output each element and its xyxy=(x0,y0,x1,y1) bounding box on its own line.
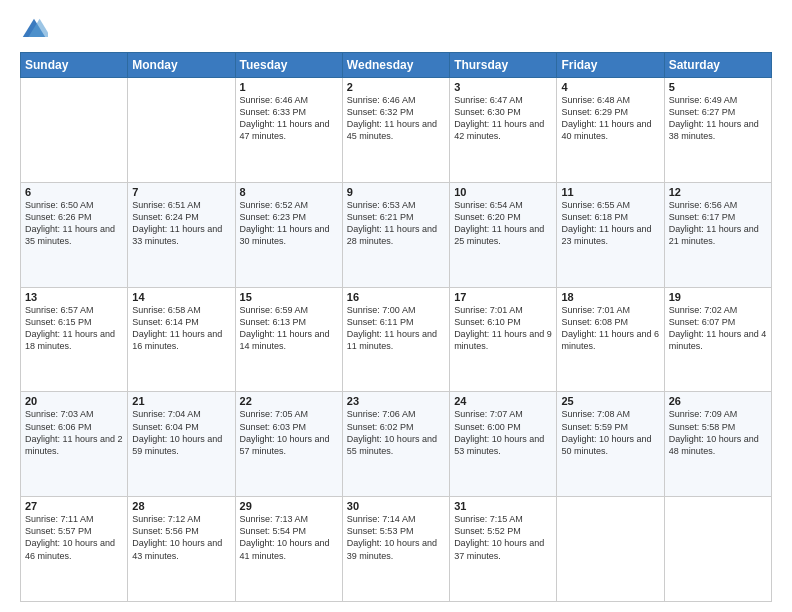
day-detail: Sunrise: 7:15 AMSunset: 5:52 PMDaylight:… xyxy=(454,513,552,562)
day-cell: 1Sunrise: 6:46 AMSunset: 6:33 PMDaylight… xyxy=(235,78,342,183)
day-detail: Sunrise: 7:11 AMSunset: 5:57 PMDaylight:… xyxy=(25,513,123,562)
day-detail: Sunrise: 6:49 AMSunset: 6:27 PMDaylight:… xyxy=(669,94,767,143)
day-detail: Sunrise: 6:59 AMSunset: 6:13 PMDaylight:… xyxy=(240,304,338,353)
day-cell: 18Sunrise: 7:01 AMSunset: 6:08 PMDayligh… xyxy=(557,287,664,392)
header xyxy=(20,16,772,44)
weekday-header-saturday: Saturday xyxy=(664,53,771,78)
day-detail: Sunrise: 7:01 AMSunset: 6:08 PMDaylight:… xyxy=(561,304,659,353)
day-detail: Sunrise: 6:53 AMSunset: 6:21 PMDaylight:… xyxy=(347,199,445,248)
week-row-2: 6Sunrise: 6:50 AMSunset: 6:26 PMDaylight… xyxy=(21,182,772,287)
day-number: 29 xyxy=(240,500,338,512)
day-cell: 30Sunrise: 7:14 AMSunset: 5:53 PMDayligh… xyxy=(342,497,449,602)
day-detail: Sunrise: 6:46 AMSunset: 6:32 PMDaylight:… xyxy=(347,94,445,143)
day-detail: Sunrise: 6:56 AMSunset: 6:17 PMDaylight:… xyxy=(669,199,767,248)
day-cell: 11Sunrise: 6:55 AMSunset: 6:18 PMDayligh… xyxy=(557,182,664,287)
logo xyxy=(20,16,52,44)
day-detail: Sunrise: 6:52 AMSunset: 6:23 PMDaylight:… xyxy=(240,199,338,248)
day-detail: Sunrise: 6:57 AMSunset: 6:15 PMDaylight:… xyxy=(25,304,123,353)
day-number: 23 xyxy=(347,395,445,407)
day-detail: Sunrise: 6:47 AMSunset: 6:30 PMDaylight:… xyxy=(454,94,552,143)
day-detail: Sunrise: 6:46 AMSunset: 6:33 PMDaylight:… xyxy=(240,94,338,143)
weekday-header-monday: Monday xyxy=(128,53,235,78)
day-number: 2 xyxy=(347,81,445,93)
day-cell: 31Sunrise: 7:15 AMSunset: 5:52 PMDayligh… xyxy=(450,497,557,602)
day-cell: 25Sunrise: 7:08 AMSunset: 5:59 PMDayligh… xyxy=(557,392,664,497)
day-number: 13 xyxy=(25,291,123,303)
day-cell: 20Sunrise: 7:03 AMSunset: 6:06 PMDayligh… xyxy=(21,392,128,497)
weekday-header-friday: Friday xyxy=(557,53,664,78)
day-cell: 4Sunrise: 6:48 AMSunset: 6:29 PMDaylight… xyxy=(557,78,664,183)
day-cell: 15Sunrise: 6:59 AMSunset: 6:13 PMDayligh… xyxy=(235,287,342,392)
day-detail: Sunrise: 7:02 AMSunset: 6:07 PMDaylight:… xyxy=(669,304,767,353)
day-number: 28 xyxy=(132,500,230,512)
day-number: 24 xyxy=(454,395,552,407)
day-cell: 14Sunrise: 6:58 AMSunset: 6:14 PMDayligh… xyxy=(128,287,235,392)
day-number: 22 xyxy=(240,395,338,407)
page: SundayMondayTuesdayWednesdayThursdayFrid… xyxy=(0,0,792,612)
day-detail: Sunrise: 7:13 AMSunset: 5:54 PMDaylight:… xyxy=(240,513,338,562)
day-number: 25 xyxy=(561,395,659,407)
day-number: 4 xyxy=(561,81,659,93)
day-detail: Sunrise: 7:12 AMSunset: 5:56 PMDaylight:… xyxy=(132,513,230,562)
day-cell: 9Sunrise: 6:53 AMSunset: 6:21 PMDaylight… xyxy=(342,182,449,287)
day-number: 8 xyxy=(240,186,338,198)
weekday-header-tuesday: Tuesday xyxy=(235,53,342,78)
day-cell: 27Sunrise: 7:11 AMSunset: 5:57 PMDayligh… xyxy=(21,497,128,602)
day-cell: 3Sunrise: 6:47 AMSunset: 6:30 PMDaylight… xyxy=(450,78,557,183)
day-detail: Sunrise: 7:09 AMSunset: 5:58 PMDaylight:… xyxy=(669,408,767,457)
day-number: 27 xyxy=(25,500,123,512)
day-cell xyxy=(557,497,664,602)
day-cell: 23Sunrise: 7:06 AMSunset: 6:02 PMDayligh… xyxy=(342,392,449,497)
calendar-table: SundayMondayTuesdayWednesdayThursdayFrid… xyxy=(20,52,772,602)
day-detail: Sunrise: 7:07 AMSunset: 6:00 PMDaylight:… xyxy=(454,408,552,457)
day-detail: Sunrise: 6:48 AMSunset: 6:29 PMDaylight:… xyxy=(561,94,659,143)
day-detail: Sunrise: 6:54 AMSunset: 6:20 PMDaylight:… xyxy=(454,199,552,248)
day-cell: 13Sunrise: 6:57 AMSunset: 6:15 PMDayligh… xyxy=(21,287,128,392)
day-cell xyxy=(21,78,128,183)
day-number: 17 xyxy=(454,291,552,303)
day-number: 6 xyxy=(25,186,123,198)
week-row-3: 13Sunrise: 6:57 AMSunset: 6:15 PMDayligh… xyxy=(21,287,772,392)
day-cell: 29Sunrise: 7:13 AMSunset: 5:54 PMDayligh… xyxy=(235,497,342,602)
day-number: 16 xyxy=(347,291,445,303)
logo-icon xyxy=(20,16,48,44)
day-number: 19 xyxy=(669,291,767,303)
day-number: 10 xyxy=(454,186,552,198)
day-cell: 28Sunrise: 7:12 AMSunset: 5:56 PMDayligh… xyxy=(128,497,235,602)
day-number: 12 xyxy=(669,186,767,198)
day-detail: Sunrise: 7:08 AMSunset: 5:59 PMDaylight:… xyxy=(561,408,659,457)
day-number: 11 xyxy=(561,186,659,198)
day-number: 30 xyxy=(347,500,445,512)
weekday-header-row: SundayMondayTuesdayWednesdayThursdayFrid… xyxy=(21,53,772,78)
day-cell: 5Sunrise: 6:49 AMSunset: 6:27 PMDaylight… xyxy=(664,78,771,183)
day-detail: Sunrise: 7:06 AMSunset: 6:02 PMDaylight:… xyxy=(347,408,445,457)
day-detail: Sunrise: 6:55 AMSunset: 6:18 PMDaylight:… xyxy=(561,199,659,248)
week-row-1: 1Sunrise: 6:46 AMSunset: 6:33 PMDaylight… xyxy=(21,78,772,183)
day-detail: Sunrise: 6:50 AMSunset: 6:26 PMDaylight:… xyxy=(25,199,123,248)
day-detail: Sunrise: 7:00 AMSunset: 6:11 PMDaylight:… xyxy=(347,304,445,353)
day-cell: 6Sunrise: 6:50 AMSunset: 6:26 PMDaylight… xyxy=(21,182,128,287)
day-detail: Sunrise: 7:01 AMSunset: 6:10 PMDaylight:… xyxy=(454,304,552,353)
weekday-header-thursday: Thursday xyxy=(450,53,557,78)
day-cell: 19Sunrise: 7:02 AMSunset: 6:07 PMDayligh… xyxy=(664,287,771,392)
day-cell: 17Sunrise: 7:01 AMSunset: 6:10 PMDayligh… xyxy=(450,287,557,392)
day-cell: 16Sunrise: 7:00 AMSunset: 6:11 PMDayligh… xyxy=(342,287,449,392)
day-cell xyxy=(128,78,235,183)
day-number: 31 xyxy=(454,500,552,512)
day-cell: 22Sunrise: 7:05 AMSunset: 6:03 PMDayligh… xyxy=(235,392,342,497)
day-cell: 24Sunrise: 7:07 AMSunset: 6:00 PMDayligh… xyxy=(450,392,557,497)
week-row-4: 20Sunrise: 7:03 AMSunset: 6:06 PMDayligh… xyxy=(21,392,772,497)
weekday-header-sunday: Sunday xyxy=(21,53,128,78)
day-number: 14 xyxy=(132,291,230,303)
day-number: 5 xyxy=(669,81,767,93)
day-cell: 26Sunrise: 7:09 AMSunset: 5:58 PMDayligh… xyxy=(664,392,771,497)
day-detail: Sunrise: 7:05 AMSunset: 6:03 PMDaylight:… xyxy=(240,408,338,457)
day-number: 1 xyxy=(240,81,338,93)
day-number: 26 xyxy=(669,395,767,407)
day-cell: 8Sunrise: 6:52 AMSunset: 6:23 PMDaylight… xyxy=(235,182,342,287)
day-cell xyxy=(664,497,771,602)
day-number: 20 xyxy=(25,395,123,407)
day-cell: 2Sunrise: 6:46 AMSunset: 6:32 PMDaylight… xyxy=(342,78,449,183)
day-cell: 21Sunrise: 7:04 AMSunset: 6:04 PMDayligh… xyxy=(128,392,235,497)
day-detail: Sunrise: 7:03 AMSunset: 6:06 PMDaylight:… xyxy=(25,408,123,457)
